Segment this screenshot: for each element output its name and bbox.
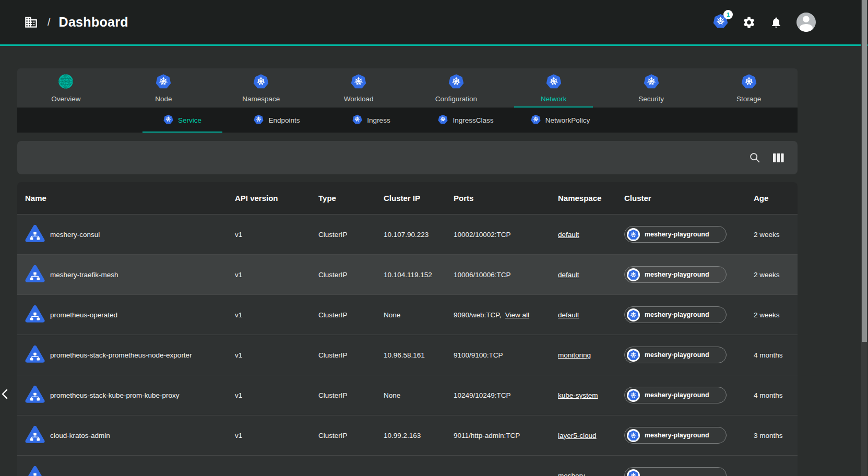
cluster-chip[interactable]: meshery-playground — [624, 226, 727, 243]
tab-storage[interactable]: Storage — [700, 68, 798, 108]
service-icon — [25, 304, 45, 326]
api-version-cell: v1 — [235, 311, 318, 319]
namespace-link[interactable]: kube-system — [558, 391, 598, 399]
notifications-bell-icon[interactable] — [770, 16, 782, 29]
column-header-cluster[interactable]: Cluster — [624, 194, 754, 203]
namespace-link[interactable]: default — [558, 271, 579, 279]
table-row[interactable]: prometheus-stack-prometheus-node-exporte… — [17, 335, 798, 375]
cluster-chip[interactable] — [624, 467, 727, 476]
cluster-chip-label: meshery-playground — [645, 271, 709, 278]
namespace-link[interactable]: meshery — [558, 472, 585, 476]
column-header-ports[interactable]: Ports — [454, 194, 558, 203]
cluster-chip[interactable]: meshery-playground — [624, 387, 727, 403]
ports-cell: 9100/9100:TCP — [454, 351, 558, 359]
subtab-label: NetworkPolicy — [545, 116, 590, 124]
search-icon[interactable] — [749, 152, 760, 163]
app-header: / Dashboard 1 — [0, 0, 868, 46]
cluster-ip-cell: 10.107.90.223 — [384, 231, 454, 239]
cluster-cell: meshery-playground — [624, 427, 754, 444]
cluster-chip[interactable]: meshery-playground — [624, 347, 727, 363]
view-all-link[interactable]: View all — [505, 311, 529, 319]
table-row[interactable]: cloud-kratos-adminv1ClusterIP10.99.2.163… — [17, 415, 798, 456]
resource-category-tabs: OverviewNodeNamespaceWorkloadConfigurati… — [17, 68, 798, 108]
header-actions: 1 — [713, 13, 816, 32]
kubernetes-icon — [644, 74, 659, 91]
tab-overview[interactable]: Overview — [17, 68, 115, 108]
column-header-name[interactable]: Name — [25, 194, 235, 203]
ports-cell: 10002/10002:TCP — [454, 231, 558, 239]
namespace-link[interactable]: default — [558, 231, 579, 239]
ports-cell: 10249/10249:TCP — [454, 391, 558, 399]
service-icon — [25, 425, 45, 446]
table-header-row: NameAPI versionTypeCluster IPPortsNamesp… — [17, 182, 798, 215]
organization-building-icon[interactable] — [24, 15, 38, 29]
breadcrumb-separator: / — [47, 16, 51, 28]
cluster-chip[interactable]: meshery-playground — [624, 427, 727, 444]
subtab-service[interactable]: Service — [135, 108, 230, 133]
namespace-cell: default — [558, 311, 624, 319]
cluster-chip[interactable]: meshery-playground — [624, 266, 727, 283]
service-name: meshery-consul — [50, 231, 100, 239]
table-row[interactable]: meshery — [17, 456, 798, 476]
age-cell: 4 months — [754, 351, 798, 359]
namespace-link[interactable]: layer5-cloud — [558, 432, 597, 439]
table-toolbar — [17, 141, 798, 174]
tab-label: Namespace — [242, 95, 280, 103]
cluster-chip[interactable]: meshery-playground — [624, 306, 727, 323]
kubernetes-icon — [546, 74, 562, 91]
service-name: prometheus-stack-prometheus-node-exporte… — [50, 351, 192, 359]
age-cell: 2 weeks — [754, 311, 798, 319]
collapse-panel-chevron-icon[interactable] — [1, 386, 9, 402]
cluster-chip-label: meshery-playground — [645, 432, 709, 439]
tab-node[interactable]: Node — [115, 68, 212, 108]
tab-network[interactable]: Network — [505, 68, 602, 108]
table-row[interactable]: prometheus-operatedv1ClusterIPNone9090/w… — [17, 295, 798, 335]
kubernetes-icon — [438, 114, 448, 126]
view-columns-icon[interactable] — [773, 153, 784, 163]
table-row[interactable]: meshery-consulv1ClusterIP10.107.90.22310… — [17, 215, 798, 255]
cluster-ip-cell: None — [384, 391, 454, 399]
column-header-cluster-ip[interactable]: Cluster IP — [384, 194, 454, 203]
subtab-label: Endpoints — [268, 116, 300, 124]
tab-namespace[interactable]: Namespace — [212, 68, 310, 108]
tab-workload[interactable]: Workload — [310, 68, 408, 108]
kubernetes-icon — [627, 308, 640, 322]
name-cell: prometheus-stack-prometheus-node-exporte… — [25, 344, 235, 366]
table-row[interactable]: meshery-traefik-meshv1ClusterIP10.104.11… — [17, 255, 798, 295]
tab-configuration[interactable]: Configuration — [408, 68, 505, 108]
service-icon — [25, 385, 45, 406]
service-name: prometheus-stack-kube-prom-kube-proxy — [50, 391, 180, 399]
type-cell: ClusterIP — [318, 231, 384, 239]
kubernetes-icon — [163, 114, 173, 126]
column-header-type[interactable]: Type — [318, 194, 384, 203]
age-cell: 3 months — [754, 432, 798, 439]
namespace-link[interactable]: monitoring — [558, 351, 591, 359]
column-header-age[interactable]: Age — [754, 194, 798, 203]
subtab-ingress[interactable]: Ingress — [324, 108, 419, 133]
api-version-cell: v1 — [235, 432, 318, 439]
tab-security[interactable]: Security — [602, 68, 700, 108]
subtab-label: Ingress — [367, 116, 390, 124]
column-header-api-version[interactable]: API version — [235, 194, 318, 203]
settings-gear-icon[interactable] — [742, 16, 756, 29]
page-title: Dashboard — [59, 15, 128, 30]
subtab-networkpolicy[interactable]: NetworkPolicy — [513, 108, 608, 133]
column-header-namespace[interactable]: Namespace — [558, 194, 624, 203]
cluster-cell: meshery-playground — [624, 347, 754, 363]
kubernetes-icon — [448, 74, 464, 91]
age-cell: 4 months — [754, 391, 798, 399]
namespace-link[interactable]: default — [558, 311, 579, 319]
cluster-cell: meshery-playground — [624, 306, 754, 323]
subtab-endpoints[interactable]: Endpoints — [230, 108, 324, 133]
cluster-chip-label: meshery-playground — [645, 351, 709, 359]
service-icon — [25, 224, 45, 245]
kubernetes-context-icon[interactable]: 1 — [713, 14, 728, 31]
api-version-cell: v1 — [235, 231, 318, 239]
subtab-ingressclass[interactable]: IngressClass — [419, 108, 513, 133]
user-avatar[interactable] — [796, 13, 816, 32]
kubernetes-icon — [253, 74, 269, 91]
scrollbar-thumb[interactable] — [862, 0, 867, 342]
cluster-cell: meshery-playground — [624, 387, 754, 403]
kubernetes-icon — [627, 268, 640, 281]
table-row[interactable]: prometheus-stack-kube-prom-kube-proxyv1C… — [17, 375, 798, 415]
